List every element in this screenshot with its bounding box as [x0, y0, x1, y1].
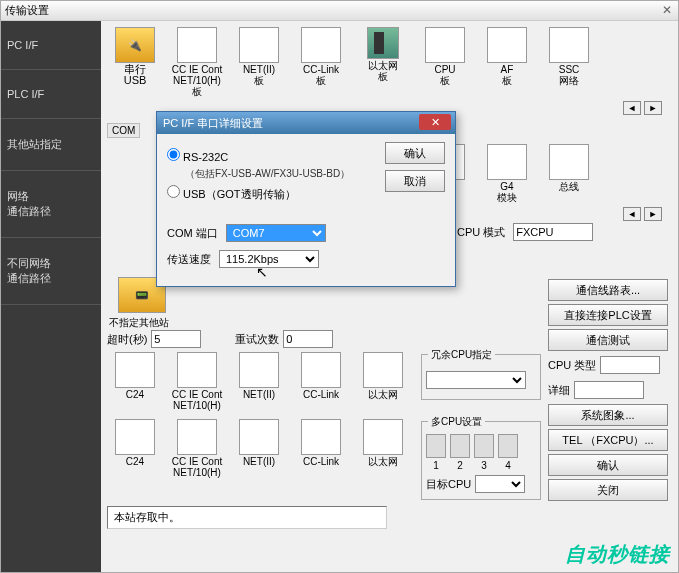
sidebar: PC I/F PLC I/F 其他站指定 网络 通信路径 不同网络 通信路径	[1, 21, 101, 572]
timeout-label: 超时(秒)	[107, 332, 147, 347]
pc-if-cpu[interactable]: CPU 板	[417, 27, 473, 97]
direct-plc-button[interactable]: 直接连接PLC设置	[548, 304, 668, 326]
sidebar-item-pc-if[interactable]: PC I/F	[1, 21, 101, 70]
module-icon	[239, 352, 279, 388]
modal-titlebar[interactable]: PC I/F 串口详细设置 ✕	[157, 112, 455, 134]
dnet-ethernet[interactable]: 以太网	[355, 419, 411, 478]
comm-test-button[interactable]: 通信测试	[548, 329, 668, 351]
com-strip: COM	[107, 123, 140, 138]
pc-if-row: 🔌 串行 USB CC IE Cont NET/10(H)板 NET(II) 板…	[107, 27, 672, 97]
net-ethernet[interactable]: 以太网	[355, 352, 411, 411]
sidebar-item-other-station[interactable]: 其他站指定	[1, 119, 101, 171]
sys-image-button[interactable]: 系统图象...	[548, 404, 668, 426]
detail-field[interactable]	[574, 381, 644, 399]
modal-close-button[interactable]: ✕	[419, 114, 451, 130]
multi-cpu-legend: 多CPU设置	[428, 415, 485, 429]
board-icon	[177, 27, 217, 63]
pc-if-serial-usb[interactable]: 🔌 串行 USB	[107, 27, 163, 97]
modal-title-text: PC I/F 串口详细设置	[163, 116, 263, 131]
cpu-slot-3[interactable]	[474, 434, 494, 458]
board-icon	[301, 27, 341, 63]
retry-field[interactable]	[283, 330, 333, 348]
module-icon	[115, 419, 155, 455]
network-path-row: C24 CC IE Cont NET/10(H) NET(II) CC-Link…	[107, 352, 411, 411]
net-ccie[interactable]: CC IE Cont NET/10(H)	[169, 352, 225, 411]
board-icon	[549, 27, 589, 63]
diff-network-row: C24 CC IE Cont NET/10(H) NET(II) CC-Link…	[107, 419, 411, 478]
redundant-cpu-group: 冗余CPU指定	[421, 354, 541, 400]
redundant-cpu-legend: 冗余CPU指定	[428, 348, 495, 362]
cpu-slot-2[interactable]	[450, 434, 470, 458]
cpu-mode-field[interactable]	[513, 223, 593, 241]
board-icon	[425, 27, 465, 63]
status-line: 本站存取中。	[107, 506, 387, 529]
ok-button[interactable]: 确认	[548, 454, 668, 476]
speed-select[interactable]: 115.2Kbps	[219, 250, 319, 268]
board-icon	[487, 27, 527, 63]
dnet-c24[interactable]: C24	[107, 419, 163, 478]
target-cpu-label: 目标CPU	[426, 477, 471, 492]
detail-label: 详细	[548, 383, 570, 398]
cpu-type-field[interactable]	[600, 356, 660, 374]
route-list-button[interactable]: 通信线路表...	[548, 279, 668, 301]
sidebar-item-network-path[interactable]: 网络 通信路径	[1, 171, 101, 238]
net-c24[interactable]: C24	[107, 352, 163, 411]
content-area: 🔌 串行 USB CC IE Cont NET/10(H)板 NET(II) 板…	[101, 21, 678, 572]
com-port-label: COM 端口	[167, 226, 218, 241]
speed-label: 传送速度	[167, 252, 211, 267]
module-icon	[177, 419, 217, 455]
modal-ok-button[interactable]: 确认	[385, 142, 445, 164]
module-icon	[239, 419, 279, 455]
timeout-field[interactable]	[151, 330, 201, 348]
module-icon	[487, 144, 527, 180]
pc-if-ssc[interactable]: SSC 网络	[541, 27, 597, 97]
cpu-nums: 1 2 3 4	[426, 460, 536, 471]
pc-if-net2[interactable]: NET(II) 板	[231, 27, 287, 97]
transfer-settings-window: 传输设置 ✕ PC I/F PLC I/F 其他站指定 网络 通信路径 不同网络…	[0, 0, 679, 573]
module-icon	[363, 419, 403, 455]
cpu-mode-row: CPU 模式	[457, 223, 672, 241]
net-cclink[interactable]: CC-Link	[293, 352, 349, 411]
sidebar-item-plc-if[interactable]: PLC I/F	[1, 70, 101, 119]
plc-if-g4[interactable]: G4 模块	[479, 144, 535, 203]
pc-if-af[interactable]: AF 板	[479, 27, 535, 97]
pc-if-ethernet[interactable]: 以太网 板	[355, 27, 411, 97]
cpu-slots	[426, 434, 536, 458]
tel-button[interactable]: TEL （FXCPU）...	[548, 429, 668, 451]
target-cpu-select[interactable]	[475, 475, 525, 493]
cpu-type-label: CPU 类型	[548, 358, 596, 373]
scroll-right-button[interactable]: ►	[644, 207, 662, 221]
dnet-cclink[interactable]: CC-Link	[293, 419, 349, 478]
rs232-radio[interactable]	[167, 148, 180, 161]
modal-cancel-button[interactable]: 取消	[385, 170, 445, 192]
serial-usb-icon: 🔌	[115, 27, 155, 63]
dnet-ccie[interactable]: CC IE Cont NET/10(H)	[169, 419, 225, 478]
cpu-slot-4[interactable]	[498, 434, 518, 458]
usb-radio[interactable]	[167, 185, 180, 198]
ethernet-icon	[367, 27, 399, 59]
sidebar-item-diff-network[interactable]: 不同网络 通信路径	[1, 238, 101, 305]
redundant-cpu-select[interactable]	[426, 371, 526, 389]
module-icon	[549, 144, 589, 180]
cpu-mode-label: CPU 模式	[457, 225, 505, 240]
net-net2[interactable]: NET(II)	[231, 352, 287, 411]
module-icon	[301, 419, 341, 455]
plc-if-bus[interactable]: 总线	[541, 144, 597, 203]
multi-cpu-group: 多CPU设置 1 2 3 4 目标CPU	[421, 421, 541, 500]
window-title: 传输设置	[5, 3, 49, 18]
com-port-select[interactable]: COM7	[226, 224, 326, 242]
module-icon	[363, 352, 403, 388]
titlebar: 传输设置 ✕	[1, 1, 678, 21]
pc-if-cclink[interactable]: CC-Link 板	[293, 27, 349, 97]
scroll-left-button[interactable]: ◄	[623, 101, 641, 115]
dnet-net2[interactable]: NET(II)	[231, 419, 287, 478]
scroll-right-button[interactable]: ►	[644, 101, 662, 115]
right-button-column: 通信线路表... 直接连接PLC设置 通信测试 CPU 类型 详细 系统图象..…	[548, 279, 668, 501]
module-icon	[301, 352, 341, 388]
close-button[interactable]: 关闭	[548, 479, 668, 501]
cpu-slot-1[interactable]	[426, 434, 446, 458]
pc-if-ccie[interactable]: CC IE Cont NET/10(H)板	[169, 27, 225, 97]
scroll-left-button[interactable]: ◄	[623, 207, 641, 221]
close-icon[interactable]: ✕	[662, 3, 672, 17]
serial-detail-modal: PC I/F 串口详细设置 ✕ RS-232C （包括FX-USB-AW/FX3…	[156, 111, 456, 287]
